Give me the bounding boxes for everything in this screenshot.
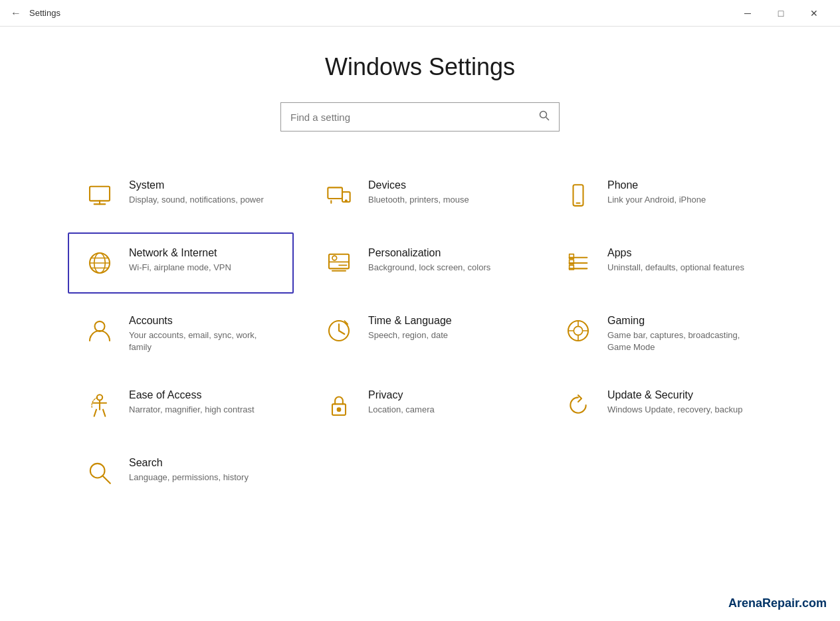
- item-text-privacy: Privacy Location, camera: [368, 389, 517, 416]
- settings-item-gaming[interactable]: Gaming Game bar, captures, broadcasting,…: [546, 300, 772, 368]
- settings-item-personalization[interactable]: Personalization Background, lock screen,…: [307, 232, 533, 294]
- item-title-gaming: Gaming: [607, 315, 756, 327]
- settings-item-apps[interactable]: Apps Uninstall, defaults, optional featu…: [546, 232, 772, 294]
- item-text-easeofaccess: Ease of Access Narrator, magnifier, high…: [129, 389, 278, 416]
- svg-point-39: [338, 408, 341, 412]
- item-text-gaming: Gaming Game bar, captures, broadcasting,…: [607, 315, 756, 353]
- item-title-phone: Phone: [607, 179, 756, 191]
- svg-line-1: [546, 118, 550, 121]
- item-text-system: System Display, sound, notifications, po…: [129, 179, 278, 206]
- settings-item-easeofaccess[interactable]: Ease of Access Narrator, magnifier, high…: [68, 375, 294, 436]
- svg-point-27: [95, 321, 105, 331]
- page-title: Windows Settings: [53, 53, 787, 81]
- item-text-devices: Devices Bluetooth, printers, mouse: [368, 179, 517, 206]
- settings-item-network[interactable]: Network & Internet Wi-Fi, airplane mode,…: [68, 232, 294, 294]
- settings-item-system[interactable]: System Display, sound, notifications, po…: [68, 165, 294, 226]
- settings-item-phone[interactable]: Phone Link your Android, iPhone: [546, 165, 772, 226]
- item-title-easeofaccess: Ease of Access: [129, 389, 278, 401]
- search-bar-wrapper: [53, 102, 787, 132]
- item-title-devices: Devices: [368, 179, 517, 191]
- item-text-personalization: Personalization Background, lock screen,…: [368, 247, 517, 274]
- watermark: ArenaRepair.com: [728, 596, 827, 610]
- item-desc-privacy: Location, camera: [368, 404, 517, 416]
- settings-item-privacy[interactable]: Privacy Location, camera: [307, 375, 533, 436]
- item-title-privacy: Privacy: [368, 389, 517, 401]
- item-text-updatesecurity: Update & Security Windows Update, recove…: [607, 389, 756, 416]
- search-bar: [280, 102, 560, 132]
- minimize-button[interactable]: ─: [732, 3, 763, 24]
- item-desc-personalization: Background, lock screen, colors: [368, 262, 517, 274]
- item-title-accounts: Accounts: [129, 315, 278, 327]
- item-text-apps: Apps Uninstall, defaults, optional featu…: [607, 247, 756, 274]
- item-desc-system: Display, sound, notifications, power: [129, 194, 278, 206]
- svg-point-32: [574, 326, 582, 335]
- item-desc-search: Language, permissions, history: [129, 472, 278, 484]
- main-content: Windows Settings System Display, sound, …: [0, 27, 840, 530]
- titlebar-left: ← Settings: [11, 8, 60, 19]
- item-title-updatesecurity: Update & Security: [607, 389, 756, 401]
- item-desc-network: Wi-Fi, airplane mode, VPN: [129, 262, 278, 274]
- item-desc-accounts: Your accounts, email, sync, work, family: [129, 329, 278, 353]
- item-title-search: Search: [129, 457, 278, 469]
- close-button[interactable]: ✕: [799, 3, 829, 24]
- item-title-personalization: Personalization: [368, 247, 517, 259]
- item-desc-devices: Bluetooth, printers, mouse: [368, 194, 517, 206]
- time-icon: [323, 315, 355, 347]
- devices-icon: [323, 179, 355, 211]
- item-text-accounts: Accounts Your accounts, email, sync, wor…: [129, 315, 278, 353]
- search-input[interactable]: [290, 112, 539, 123]
- svg-line-41: [103, 476, 110, 484]
- gaming-icon: [562, 315, 594, 347]
- network-icon: [84, 247, 116, 279]
- item-text-time: Time & Language Speech, region, date: [368, 315, 517, 341]
- settings-item-accounts[interactable]: Accounts Your accounts, email, sync, wor…: [68, 300, 294, 368]
- svg-rect-2: [90, 187, 110, 201]
- easeofaccess-icon: [84, 389, 116, 421]
- personalization-icon: [323, 247, 355, 279]
- item-title-network: Network & Internet: [129, 247, 278, 259]
- item-desc-updatesecurity: Windows Update, recovery, backup: [607, 404, 756, 416]
- phone-icon: [562, 179, 594, 211]
- settings-item-search[interactable]: Search Language, permissions, history: [68, 442, 294, 503]
- item-desc-gaming: Game bar, captures, broadcasting, Game M…: [607, 329, 756, 353]
- titlebar-title: Settings: [29, 8, 60, 18]
- system-icon: [84, 179, 116, 211]
- svg-point-18: [332, 256, 337, 260]
- svg-point-8: [346, 200, 348, 202]
- item-title-apps: Apps: [607, 247, 756, 259]
- item-title-time: Time & Language: [368, 315, 517, 327]
- item-title-system: System: [129, 179, 278, 191]
- svg-point-40: [90, 464, 105, 478]
- item-text-phone: Phone Link your Android, iPhone: [607, 179, 756, 206]
- titlebar: ← Settings ─ □ ✕: [0, 0, 840, 27]
- svg-point-0: [540, 112, 547, 118]
- item-desc-easeofaccess: Narrator, magnifier, high contrast: [129, 404, 278, 416]
- privacy-icon: [323, 389, 355, 421]
- item-text-search: Search Language, permissions, history: [129, 457, 278, 484]
- back-button[interactable]: ←: [11, 8, 21, 19]
- accounts-icon: [84, 315, 116, 347]
- item-desc-time: Speech, region, date: [368, 329, 517, 341]
- settings-item-time[interactable]: Time & Language Speech, region, date: [307, 300, 533, 368]
- settings-item-updatesecurity[interactable]: Update & Security Windows Update, recove…: [546, 375, 772, 436]
- updatesecurity-icon: [562, 389, 594, 421]
- titlebar-controls: ─ □ ✕: [732, 3, 829, 24]
- item-desc-phone: Link your Android, iPhone: [607, 194, 756, 206]
- search-icon: [84, 457, 116, 489]
- maximize-button[interactable]: □: [766, 3, 796, 24]
- svg-rect-5: [328, 187, 342, 199]
- item-desc-apps: Uninstall, defaults, optional features: [607, 262, 756, 274]
- settings-item-devices[interactable]: Devices Bluetooth, printers, mouse: [307, 165, 533, 226]
- item-text-network: Network & Internet Wi-Fi, airplane mode,…: [129, 247, 278, 274]
- svg-line-30: [339, 331, 344, 334]
- settings-grid: System Display, sound, notifications, po…: [68, 165, 772, 503]
- search-icon: [539, 110, 550, 124]
- apps-icon: [562, 247, 594, 279]
